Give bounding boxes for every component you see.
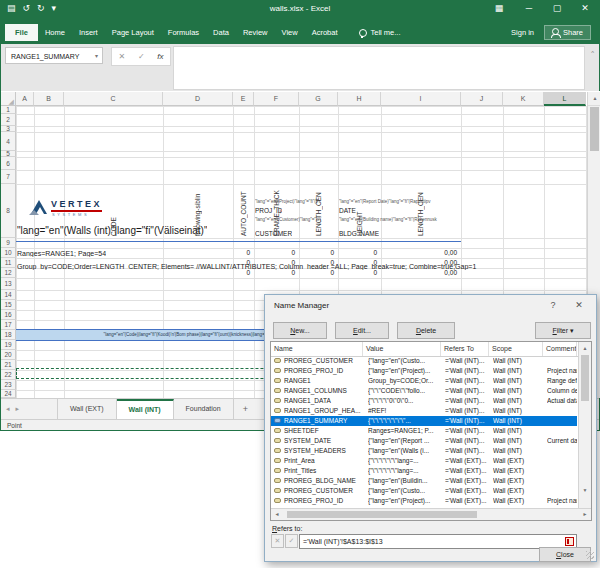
row-header-12[interactable]: 12 bbox=[1, 268, 16, 278]
dialog-help-icon[interactable]: ? bbox=[546, 300, 560, 310]
ribbon-tab-review[interactable]: Review bbox=[236, 24, 275, 41]
name-row-proreg-proj-id[interactable]: PROREG_PROJ_ID{"lang="en"(Project)...='W… bbox=[271, 366, 577, 376]
ribbon-tab-home[interactable]: Home bbox=[38, 24, 72, 41]
row-header-6[interactable]: 6 bbox=[1, 157, 16, 170]
name-row-proreg-proj-id[interactable]: PROREG_PROJ_ID{"lang="en"(Project)...='W… bbox=[271, 496, 577, 506]
delete-button[interactable]: Delete bbox=[397, 322, 455, 339]
ribbon-tab-view[interactable]: View bbox=[275, 24, 305, 41]
cell-r12c5[interactable]: 0 bbox=[255, 269, 295, 276]
cell-f1[interactable]: "lang"="en"(Project)"lang"="fi"(Pr bbox=[255, 199, 337, 204]
row-header-22[interactable]: 22 bbox=[1, 370, 16, 380]
row-header-9[interactable]: 9 bbox=[1, 238, 16, 248]
name-row-system-headers[interactable]: SYSTEM_HEADERS{"lang="en"(Walls (i...='W… bbox=[271, 446, 577, 456]
scrollbar-thumb[interactable] bbox=[590, 107, 599, 151]
row-header-1[interactable]: 1 bbox=[1, 106, 16, 114]
column-header-k[interactable]: K bbox=[503, 92, 544, 106]
name-row-range1-columns[interactable]: RANGE1_COLUMNS{"\"\"CODE\"\"follo...='Wa… bbox=[271, 386, 577, 396]
list-header-value[interactable]: Value bbox=[363, 342, 441, 356]
column-header-j[interactable]: J bbox=[461, 92, 503, 106]
column-header-b[interactable]: B bbox=[34, 92, 64, 106]
name-row-print-titles[interactable]: Print_Titles{"\"\"\"\"\"\"lang=...='Wall… bbox=[271, 466, 577, 476]
ribbon-tab-data[interactable]: Data bbox=[206, 24, 236, 41]
cell-a6[interactable]: Ranges=RANGE1; Page=54 bbox=[17, 250, 106, 257]
row-header-11[interactable]: 11 bbox=[1, 258, 16, 268]
name-row-proreg-bldg-name[interactable]: PROREG_BLDG_NAME{"lang="en"(Buildin...='… bbox=[271, 476, 577, 486]
cell-r12c4[interactable]: 0 bbox=[234, 269, 250, 276]
list-hscrollbar-thumb[interactable] bbox=[287, 511, 477, 518]
resize-grip[interactable] bbox=[586, 551, 594, 559]
cell-r10c6[interactable]: 0 bbox=[300, 249, 334, 256]
row-header-23[interactable]: 23 bbox=[1, 380, 16, 390]
column-header-a[interactable]: A bbox=[16, 92, 34, 106]
cell-r10c8[interactable]: 0,00 bbox=[382, 249, 457, 256]
list-header-scope[interactable]: Scope bbox=[489, 342, 543, 356]
column-header-f[interactable]: F bbox=[254, 92, 299, 106]
name-row-range1-data[interactable]: RANGE1_DATA{"\"\"\"\"0\"0\"0...='Wall (I… bbox=[271, 396, 577, 406]
list-header-comment[interactable]: Comment bbox=[543, 342, 577, 356]
name-row-sheetdef[interactable]: SHEETDEFRanges=RANGE1; P...='Wall (INT).… bbox=[271, 426, 577, 436]
cell-r10c7[interactable]: 0 bbox=[339, 249, 377, 256]
sheet-tab-foundation[interactable]: Foundation bbox=[174, 399, 234, 420]
row-header-13[interactable]: 13 bbox=[1, 278, 16, 290]
formula-input[interactable] bbox=[173, 46, 585, 90]
row-header-7[interactable]: 7 bbox=[1, 170, 16, 184]
column-header-h[interactable]: H bbox=[338, 92, 381, 106]
row-header-14[interactable]: 14 bbox=[1, 290, 16, 300]
ribbon-tab-file[interactable]: File bbox=[5, 24, 38, 41]
cell-r12c8[interactable]: 0,00 bbox=[382, 269, 457, 276]
list-horizontal-scrollbar[interactable]: ◄ ► bbox=[271, 508, 591, 520]
row-header-20[interactable]: 20 bbox=[1, 350, 16, 360]
row-header-8[interactable]: 8 bbox=[1, 184, 16, 238]
name-box-dropdown-icon[interactable]: ▾ bbox=[95, 48, 98, 65]
name-row-range1-summary[interactable]: RANGE1_SUMMARY{"\"\"\"\"\"\"\"\"...='Wal… bbox=[271, 416, 577, 426]
minimize-icon[interactable]: ─ bbox=[521, 3, 537, 13]
row-header-21[interactable]: 21 bbox=[1, 360, 16, 370]
maximize-icon[interactable]: ▢ bbox=[549, 3, 565, 13]
edit-button[interactable]: Edit... bbox=[335, 322, 389, 339]
list-vertical-scrollbar[interactable]: ▲ ▼ bbox=[578, 342, 591, 508]
name-box[interactable]: RANGE1_SUMMARY ▾ bbox=[5, 47, 103, 64]
ribbon-tab-formulas[interactable]: Formulas bbox=[161, 24, 206, 41]
close-button[interactable]: Close bbox=[539, 547, 591, 562]
cell-h2[interactable]: DATE bbox=[339, 207, 356, 214]
cell-r11c7[interactable]: 0 bbox=[339, 259, 377, 266]
cell-r11c4[interactable]: 0 bbox=[234, 259, 250, 266]
sheet-tab-wall-ext-[interactable]: Wall (EXT) bbox=[57, 399, 117, 420]
list-header-refers-to[interactable]: Refers To bbox=[441, 342, 489, 356]
row-header-17[interactable]: 17 bbox=[1, 320, 16, 330]
ribbon-tab-acrobat[interactable]: Acrobat bbox=[305, 24, 345, 41]
prev-sheet-icon[interactable]: ◂ bbox=[6, 405, 16, 412]
column-header-i[interactable]: I bbox=[381, 92, 461, 106]
close-window-icon[interactable]: ✕ bbox=[577, 3, 593, 13]
row-header-16[interactable]: 16 bbox=[1, 310, 16, 320]
cancel-icon[interactable]: ✕ bbox=[118, 52, 125, 61]
enter-icon[interactable]: ✓ bbox=[138, 52, 145, 61]
sign-in-button[interactable]: Sign in bbox=[511, 28, 534, 37]
next-sheet-icon[interactable]: ▸ bbox=[16, 405, 26, 412]
row-header-4[interactable]: 4 bbox=[1, 132, 16, 151]
list-header-name[interactable]: Name bbox=[271, 342, 363, 356]
insert-function-icon[interactable]: fx bbox=[157, 52, 163, 61]
dialog-title-bar[interactable]: Name Manager ? ✕ bbox=[265, 295, 596, 318]
name-row-proreg-customer[interactable]: PROREG_CUSTOMER{"lang="en"(Custo...='Wal… bbox=[271, 356, 577, 366]
column-header-g[interactable]: G bbox=[299, 92, 338, 106]
ribbon-tab-page-layout[interactable]: Page Layout bbox=[105, 24, 161, 41]
cell-r12c7[interactable]: 0 bbox=[339, 269, 377, 276]
name-row-print-area[interactable]: Print_Area{"\"\"\"\"\"\"lang=...='Wall (… bbox=[271, 456, 577, 466]
column-header-e[interactable]: E bbox=[233, 92, 254, 106]
names-list[interactable]: NameValueRefers ToScopeComment PROREG_CU… bbox=[270, 341, 592, 521]
row-header-15[interactable]: 15 bbox=[1, 300, 16, 310]
scroll-up-icon[interactable]: ▲ bbox=[588, 92, 600, 106]
list-scroll-left-icon[interactable]: ◄ bbox=[271, 509, 283, 520]
sheet-tab-wall-int-[interactable]: Wall (INT) bbox=[117, 399, 174, 420]
name-row-system-date[interactable]: SYSTEM_DATE{"lang="en"(Report ...='Wall … bbox=[271, 436, 577, 446]
formula-bar-collapse-icon[interactable]: ^ bbox=[591, 50, 594, 56]
list-scroll-up-icon[interactable]: ▲ bbox=[579, 342, 591, 354]
cell-r10c5[interactable]: 0 bbox=[255, 249, 295, 256]
cell-f3[interactable]: "lang"="en"(Customer)"lang"="fi"( bbox=[255, 217, 337, 222]
ribbon-tab-insert[interactable]: Insert bbox=[72, 24, 105, 41]
cell-r11c6[interactable]: 0 bbox=[300, 259, 334, 266]
sheet-tab-nav[interactable]: ◂▸ bbox=[6, 405, 25, 413]
column-header-d[interactable]: D bbox=[163, 92, 233, 106]
dialog-close-icon[interactable]: ✕ bbox=[572, 300, 586, 310]
